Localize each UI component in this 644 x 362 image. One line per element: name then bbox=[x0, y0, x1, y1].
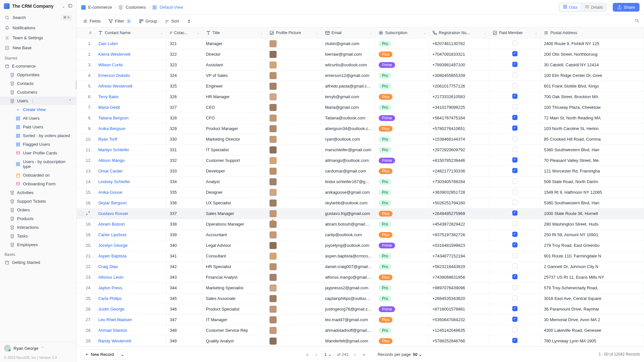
cell-registration[interactable]: +5823216443829 bbox=[429, 261, 489, 272]
checkbox[interactable] bbox=[512, 232, 517, 237]
cell-address[interactable]: 25737 US Rt 11, Evans Mills NY bbox=[541, 272, 644, 283]
panel-toggle-icon[interactable] bbox=[68, 4, 72, 9]
table-row[interactable]: 29.Randy Westervelt349Quality AnalystWan… bbox=[77, 336, 644, 346]
cell-email[interactable]: captainphilips@outlook.... bbox=[322, 293, 375, 304]
checkbox[interactable] bbox=[512, 115, 517, 120]
cell-subscription[interactable]: Prime bbox=[375, 240, 429, 251]
row-checkbox[interactable] bbox=[79, 211, 83, 216]
contact-name-link[interactable]: Gustavo Rosser bbox=[98, 211, 128, 216]
table-row[interactable]: 25.Carla Philips345Sales Associatecaptai… bbox=[77, 293, 644, 304]
cell-cotac[interactable]: 343 bbox=[166, 272, 203, 283]
cell-subscription[interactable]: Pro bbox=[375, 293, 429, 304]
table-row[interactable]: 16.Skylar Bergson336UX Specialistskylarb… bbox=[77, 198, 644, 208]
cell-address[interactable]: 3018 East Ave, Central Square bbox=[541, 293, 644, 304]
cell-email[interactable]: emerson12@gmail.com bbox=[322, 70, 375, 81]
cell-registration[interactable]: +8207461130782 bbox=[429, 38, 489, 49]
cell-subscription[interactable]: Plus bbox=[375, 229, 429, 240]
table-row[interactable]: 3.Wilson Curtis323Assistantwilcurtis@out… bbox=[77, 60, 644, 70]
table-row[interactable]: 22.Craig Dias342HR Specialistdaniel.crai… bbox=[77, 261, 644, 272]
col-header-title[interactable]: Title⌄ bbox=[203, 28, 266, 38]
cell-title[interactable]: Financial Analyst bbox=[203, 272, 266, 283]
contact-name-link[interactable]: Kierra Westervelt bbox=[98, 52, 130, 57]
cell-cotac[interactable]: 321 bbox=[166, 38, 203, 49]
cell-cotac[interactable]: 336 bbox=[166, 198, 203, 208]
view-item[interactable]: Flagged Users bbox=[0, 140, 76, 149]
cell-paid[interactable] bbox=[489, 49, 541, 60]
cell-paid[interactable] bbox=[489, 91, 541, 102]
base-ecommerce[interactable]: E-commerce bbox=[0, 62, 76, 70]
cell-pic[interactable] bbox=[266, 283, 322, 293]
share-button[interactable]: Share bbox=[613, 3, 639, 12]
cell-cotac[interactable]: 344 bbox=[166, 283, 203, 293]
checkbox[interactable] bbox=[512, 83, 517, 88]
table-row[interactable]: 15.Anika Gouse335Designeranikagoose@gmai… bbox=[77, 187, 644, 198]
cell-email[interactable]: justingeorg76@gmail.co... bbox=[322, 304, 375, 314]
page-select[interactable]: 1 ⌄ bbox=[321, 351, 334, 358]
col-header-paid[interactable]: Paid Member⌄ bbox=[489, 28, 541, 38]
cell-title[interactable]: VP of Sales bbox=[203, 70, 266, 81]
cell-address[interactable]: 30 Catskill, Catskill NY 12414 bbox=[541, 60, 644, 70]
cell-cotac[interactable]: 331 bbox=[166, 144, 203, 155]
cell-email[interactable]: alfredo.pasta@gmail.com bbox=[322, 81, 375, 91]
cell-paid[interactable] bbox=[489, 325, 541, 336]
cell-address[interactable]: 121 Worcester Rd, Framingha bbox=[541, 166, 644, 176]
cell-subscription[interactable]: Pro bbox=[375, 81, 429, 91]
cell-email[interactable]: joycelyng@outlook.com bbox=[322, 240, 375, 251]
cell-pic[interactable] bbox=[266, 304, 322, 314]
cell-subscription[interactable]: Pro bbox=[375, 198, 429, 208]
cell-address[interactable]: 36 Paramount Drive, Raynhar bbox=[541, 304, 644, 314]
cell-paid[interactable] bbox=[489, 240, 541, 251]
cell-title[interactable]: CEO bbox=[203, 102, 266, 113]
cell-subscription[interactable]: Pro bbox=[375, 219, 429, 229]
view-item[interactable]: User Profile Cards bbox=[0, 149, 76, 157]
tb-row-height[interactable] bbox=[184, 17, 194, 25]
cell-paid[interactable] bbox=[489, 102, 541, 113]
table-row[interactable]: 10.Ryan Torff330Marketing Directorryan@o… bbox=[77, 134, 644, 144]
user-menu[interactable]: Ryan George ⌃ bbox=[0, 342, 76, 354]
cell-email[interactable]: skylarbb@outlook.com bbox=[322, 198, 375, 208]
cell-cotac[interactable]: 334 bbox=[166, 176, 203, 187]
table-employees[interactable]: Employees bbox=[0, 240, 76, 249]
cell-pic[interactable] bbox=[266, 60, 322, 70]
cell-title[interactable]: Developer bbox=[203, 166, 266, 176]
crumb-table[interactable]: Customers bbox=[126, 5, 146, 10]
cell-email[interactable]: lindor.schleifer167@gm... bbox=[322, 176, 375, 187]
cell-pic[interactable] bbox=[266, 293, 322, 304]
contact-name-link[interactable]: Lindsey Schleifer bbox=[98, 179, 130, 184]
col-header-pic[interactable]: Profile Picture⌄ bbox=[266, 28, 322, 38]
cell-pic[interactable] bbox=[266, 155, 322, 166]
cell-address[interactable]: 70 Pleasant Valley Street, Me bbox=[541, 155, 644, 166]
cell-pic[interactable] bbox=[266, 102, 322, 113]
cell-cotac[interactable]: 346 bbox=[166, 304, 203, 314]
cell-address[interactable]: 250 Rt 59, Airmont NY 10901 bbox=[541, 229, 644, 240]
contact-name-link[interactable]: Abram Botosh bbox=[98, 222, 125, 227]
contact-name-link[interactable]: Maria Geidt bbox=[98, 105, 120, 110]
cell-title[interactable]: Legal Advisor bbox=[203, 240, 266, 251]
cell-email[interactable]: jaypresss2@gmail.com bbox=[322, 283, 375, 293]
cell-title[interactable]: Quality Analyst bbox=[203, 336, 266, 346]
cell-cotac[interactable]: 327 bbox=[166, 102, 203, 113]
cell-email[interactable]: kierraw@gmail.com bbox=[322, 49, 375, 60]
cell-title[interactable]: Product Specialist bbox=[203, 304, 266, 314]
cell-address[interactable]: 279 Troy Road, East Greenbu bbox=[541, 240, 644, 251]
checkbox[interactable] bbox=[512, 157, 517, 162]
cell-cotac[interactable]: 329 bbox=[166, 123, 203, 134]
cell-registration[interactable]: +3639032951728 bbox=[429, 187, 489, 198]
cell-cotac[interactable]: 340 bbox=[166, 240, 203, 251]
cell-pic[interactable] bbox=[266, 272, 322, 283]
table-row[interactable]: 7.Maria Geidt327CEOMaria@gmail.comPro+34… bbox=[77, 102, 644, 113]
tb-fields[interactable]: Fields bbox=[80, 17, 104, 25]
cell-paid[interactable] bbox=[489, 187, 541, 198]
cell-pic[interactable] bbox=[266, 325, 322, 336]
cell-registration[interactable]: +2972920609792 bbox=[429, 144, 489, 155]
cell-address[interactable]: 601 Frank Stottile Blvd, Kings bbox=[541, 81, 644, 91]
cell-cotac[interactable]: 345 bbox=[166, 293, 203, 304]
cell-title[interactable]: Consultant bbox=[203, 251, 266, 261]
cell-cotac[interactable]: 338 bbox=[166, 219, 203, 229]
cell-title[interactable]: Accountant bbox=[203, 229, 266, 240]
contact-name-link[interactable]: Leo Rhiel Madsen bbox=[98, 317, 132, 322]
table-row[interactable]: 28.Ahmad Stanton348Customer Service Repa… bbox=[77, 325, 644, 336]
cell-subscription[interactable]: Plus bbox=[375, 208, 429, 219]
cell-title[interactable]: Sales Manager bbox=[203, 208, 266, 219]
tb-sort[interactable]: Sort bbox=[162, 17, 182, 25]
